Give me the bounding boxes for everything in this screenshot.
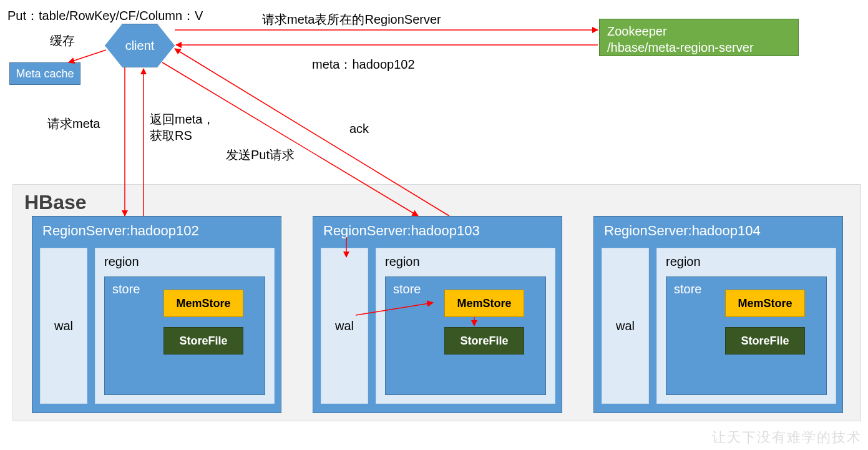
wal-label: wal: [616, 319, 635, 333]
meta-return-label: meta：hadoop102: [312, 56, 415, 73]
meta-cache-box: Meta cache: [9, 62, 80, 85]
zookeeper-title: Zookeeper: [607, 23, 791, 39]
region-box: region store MemStore StoreFile: [376, 248, 555, 404]
region-label: region: [376, 248, 555, 275]
store-box: store MemStore StoreFile: [104, 276, 265, 395]
cache-label: 缓存: [50, 32, 75, 49]
rs-title: RegionServer:hadoop104: [594, 217, 842, 245]
ack-label: ack: [349, 122, 369, 136]
memstore-box: MemStore: [444, 290, 524, 317]
return-meta-label: 返回meta， 获取RS: [150, 111, 215, 144]
store-box: store MemStore StoreFile: [385, 276, 546, 395]
zookeeper-box: Zookeeper /hbase/meta-region-server: [599, 19, 799, 56]
wal-label: wal: [54, 319, 73, 333]
region-label: region: [95, 248, 274, 275]
region-box: region store MemStore StoreFile: [95, 248, 275, 404]
svg-line-2: [69, 50, 106, 62]
client-label: client: [125, 39, 155, 53]
wal-box: wal: [321, 248, 368, 404]
region-label: region: [657, 248, 836, 275]
regionserver-hadoop103: RegionServer:hadoop103 wal region store …: [313, 216, 562, 413]
wal-box: wal: [40, 248, 87, 404]
client-node: client: [105, 24, 175, 67]
store-box: store MemStore StoreFile: [666, 276, 827, 395]
wal-label: wal: [335, 319, 354, 333]
memstore-box: MemStore: [163, 290, 243, 317]
memstore-label: MemStore: [176, 297, 230, 310]
region-box: region store MemStore StoreFile: [656, 248, 836, 404]
storefile-label: StoreFile: [179, 335, 227, 348]
zookeeper-path: /hbase/meta-region-server: [607, 39, 791, 56]
memstore-label: MemStore: [738, 297, 792, 310]
memstore-box: MemStore: [725, 290, 805, 317]
regionserver-hadoop104: RegionServer:hadoop104 wal region store …: [593, 216, 843, 413]
request-meta-label: 请求meta: [47, 115, 100, 132]
request-meta-rs-label: 请求meta表所在的RegionServer: [262, 11, 441, 28]
regionserver-hadoop102: RegionServer:hadoop102 wal region store …: [32, 216, 281, 413]
hbase-container: HBase RegionServer:hadoop102 wal region …: [12, 184, 861, 421]
storefile-label: StoreFile: [460, 335, 508, 348]
watermark: 让天下没有难学的技术: [712, 428, 862, 447]
put-operation-label: Put：table/RowKey/CF/Column：V: [7, 7, 203, 24]
storefile-box: StoreFile: [163, 327, 243, 355]
hbase-title: HBase: [24, 191, 87, 214]
meta-cache-label: Meta cache: [16, 67, 74, 81]
rs-title: RegionServer:hadoop103: [313, 217, 562, 245]
storefile-label: StoreFile: [741, 335, 789, 348]
wal-box: wal: [602, 248, 649, 404]
send-put-label: 发送Put请求: [226, 147, 295, 164]
rs-title: RegionServer:hadoop102: [32, 217, 281, 245]
memstore-label: MemStore: [457, 297, 511, 310]
storefile-box: StoreFile: [444, 327, 524, 355]
storefile-box: StoreFile: [725, 327, 805, 355]
